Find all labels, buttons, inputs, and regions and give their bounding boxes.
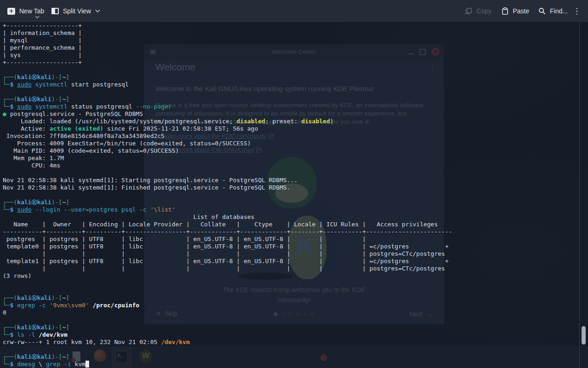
paste-button[interactable]: Paste (502, 0, 529, 22)
toolbar-overflow-menu-button[interactable]: ⋮ (573, 0, 581, 22)
split-view-chevron-icon (95, 9, 100, 13)
paste-label: Paste (513, 7, 529, 15)
terminal-toolbar: New Tab Split View Copy Paste Find... ⋮ (0, 0, 588, 23)
new-tab-icon (7, 8, 15, 15)
paste-icon (502, 7, 509, 15)
copy-icon (465, 7, 472, 15)
search-icon (538, 7, 546, 15)
new-tab-dropdown-chevron-icon[interactable] (35, 16, 40, 19)
new-tab-label: New Tab (19, 7, 44, 15)
split-view-icon (51, 8, 59, 14)
copy-label: Copy (476, 7, 492, 15)
scrollbar-track[interactable] (579, 22, 580, 368)
terminal-output[interactable]: +--------------------+| information_sche… (0, 22, 588, 368)
find-label: Find... (550, 7, 568, 15)
copy-button[interactable]: Copy (465, 0, 492, 22)
split-view-button[interactable]: Split View (51, 0, 100, 22)
find-button[interactable]: Find... (538, 0, 568, 22)
scrollbar-thumb[interactable] (582, 326, 586, 345)
split-view-label: Split View (63, 7, 91, 15)
